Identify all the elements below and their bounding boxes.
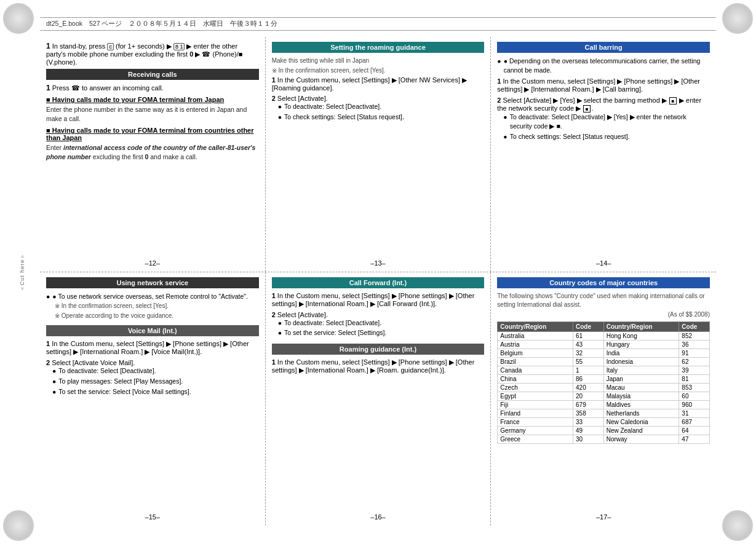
table-row: Greece30Norway47 xyxy=(498,435,710,443)
voice-step2: Select [Activate Voice Mail]. xyxy=(52,359,135,366)
col-country-codes: Country codes of major countries The fol… xyxy=(490,272,716,526)
table-cell: 679 xyxy=(573,400,604,409)
table-row: Finland358Netherlands31 xyxy=(498,409,710,417)
table-cell: Czech xyxy=(498,383,573,392)
item-num-2: 1 xyxy=(46,84,50,92)
table-cell: Greece xyxy=(498,435,573,443)
table-cell: Germany xyxy=(498,426,573,435)
voice-bullet-3: ● To set the service: Select [Voice Mail… xyxy=(52,387,259,396)
roaming-note1: Make this setting while still in Japan xyxy=(272,57,485,65)
table-cell: New Zealand xyxy=(603,426,679,435)
barring-bullet-1: ● To deactivate: Select [Deactivate] ▶ [… xyxy=(503,112,710,130)
roaming-note2: ※ In the confirmation screen, select [Ye… xyxy=(272,66,485,75)
table-cell: New Caledonia xyxy=(603,417,679,426)
roaming-item-1: 1 In the Custom menu, select [Settings] … xyxy=(272,76,485,92)
standby-text: In stand-by, press c (for 1+ seconds) ▶ … xyxy=(46,42,242,66)
table-cell: 960 xyxy=(679,400,710,409)
col-network-service: Using network service ● ● To use network… xyxy=(40,272,265,526)
roaming-item-2: 2 Select [Activate]. ● To deactivate: Se… xyxy=(272,95,485,121)
table-cell: 853 xyxy=(679,383,710,392)
main-content: 1 In stand-by, press c (for 1+ seconds) … xyxy=(40,37,716,526)
item-num: 1 xyxy=(272,358,276,366)
table-header-1: Country/Region xyxy=(498,321,573,331)
standby-item: 1 In stand-by, press c (for 1+ seconds) … xyxy=(46,42,259,66)
col-receiving-calls: 1 In stand-by, press c (for 1+ seconds) … xyxy=(40,37,265,272)
voice-mail-header: Voice Mail (Int.) xyxy=(46,325,259,336)
roaming-bullet-2: ● To check settings: Select [Status requ… xyxy=(278,112,485,122)
roaming-step2: Select [Activate]. xyxy=(277,95,328,102)
table-cell: France xyxy=(498,417,573,426)
table-cell: Indonesia xyxy=(603,357,679,366)
table-cell: 33 xyxy=(573,417,604,426)
table-cell: 64 xyxy=(679,426,710,435)
voice-item-2: 2 Select [Activate Voice Mail]. ● To dea… xyxy=(46,359,259,396)
item-num: 2 xyxy=(272,95,276,102)
table-cell: Belgium xyxy=(498,349,573,357)
table-cell: 30 xyxy=(573,435,604,443)
table-row: Brazil55Indonesia62 xyxy=(498,357,710,366)
table-row: China86Japan81 xyxy=(498,374,710,383)
corner-decoration-bl xyxy=(3,510,34,541)
corner-decoration-tr xyxy=(722,3,753,34)
item-num: 2 xyxy=(46,359,50,366)
call-barring-header: Call barring xyxy=(497,42,710,53)
network-bullet: ● ● To use network service overseas, set… xyxy=(46,292,259,301)
table-row: Canada1Italy39 xyxy=(498,366,710,374)
forward-item-1: 1 In the Custom menu, select [Settings] … xyxy=(272,292,485,308)
table-cell: 1 xyxy=(573,366,604,374)
barring-bullets: ● To deactivate: Select [Deactivate] ▶ [… xyxy=(503,112,710,141)
roam-int-step1: In the Custom menu, select [Settings] ▶ … xyxy=(272,358,475,374)
roaming-bullet-1: ● To deactivate: Select [Deactivate]. xyxy=(278,102,485,111)
table-cell: 420 xyxy=(573,383,604,392)
page-num-17: –17– xyxy=(491,513,716,521)
table-cell: India xyxy=(603,349,679,357)
network-note-1: ※ In the confirmation screen, select [Ye… xyxy=(55,302,259,310)
table-cell: China xyxy=(498,374,573,383)
forward-bullet-2: ● To set the service: Select [Settings]. xyxy=(278,328,485,337)
table-cell: Norway xyxy=(603,435,679,443)
table-cell: 687 xyxy=(679,417,710,426)
table-row: Austria43Hungary36 xyxy=(498,340,710,349)
table-cell: 60 xyxy=(679,392,710,400)
item-num: 1 xyxy=(46,42,50,50)
barring-note: ● ● Depending on the overseas telecommun… xyxy=(497,57,710,74)
table-cell: 91 xyxy=(679,349,710,357)
key-c: c xyxy=(107,43,114,50)
header-bar: dt25_E.book 527 ページ ２００８年５月１４日 水曜日 午後３時１… xyxy=(40,17,716,31)
press-answer-item: 1 Press ☎ to answer an incoming call. xyxy=(46,84,259,92)
table-cell: Hungary xyxy=(603,340,679,349)
forward-step1: In the Custom menu, select [Settings] ▶ … xyxy=(272,292,475,307)
country-codes-header: Country codes of major countries xyxy=(497,277,710,288)
table-row: Australia61Hong Kong852 xyxy=(498,331,710,340)
roaming-guidance-header: Setting the roaming guidance xyxy=(272,42,485,53)
table-cell: 43 xyxy=(573,340,604,349)
table-cell: 86 xyxy=(573,374,604,383)
table-cell: 61 xyxy=(573,331,604,340)
table-header-2: Code xyxy=(573,321,604,331)
page-num-14: –14– xyxy=(491,259,716,267)
corner-decoration-br xyxy=(722,510,753,541)
table-cell: Maldives xyxy=(603,400,679,409)
table-cell: Fiji xyxy=(498,400,573,409)
forward-bullet-1: ● To deactivate: Select [Deactivate]. xyxy=(278,318,485,328)
col-call-barring: Call barring ● ● Depending on the overse… xyxy=(490,37,716,272)
table-row: Belgium32India91 xyxy=(498,349,710,357)
item-num: 1 xyxy=(46,340,50,347)
page-num-13: –13– xyxy=(266,259,491,267)
network-note-2: ※ Operate according to the voice guidanc… xyxy=(55,312,259,320)
table-cell: Finland xyxy=(498,409,573,417)
call-forward-header: Call Forward (Int.) xyxy=(272,277,485,288)
country-intro: The following shows "Country code" used … xyxy=(497,292,710,309)
forward-step2: Select [Activate]. xyxy=(277,311,328,318)
having-japan-text: Enter the phone number in the same way a… xyxy=(46,105,259,123)
top-row: 1 In stand-by, press c (for 1+ seconds) … xyxy=(40,37,716,272)
item-num: 1 xyxy=(272,292,276,299)
table-header-4: Code xyxy=(679,321,710,331)
table-cell: 20 xyxy=(573,392,604,400)
barring-step1: In the Custom menu, select [Settings] ▶ … xyxy=(497,77,700,93)
table-cell: 852 xyxy=(679,331,710,340)
roam-int-item-1: 1 In the Custom menu, select [Settings] … xyxy=(272,358,485,374)
item-num: 2 xyxy=(497,97,501,104)
table-cell: 55 xyxy=(573,357,604,366)
table-cell: 81 xyxy=(679,374,710,383)
